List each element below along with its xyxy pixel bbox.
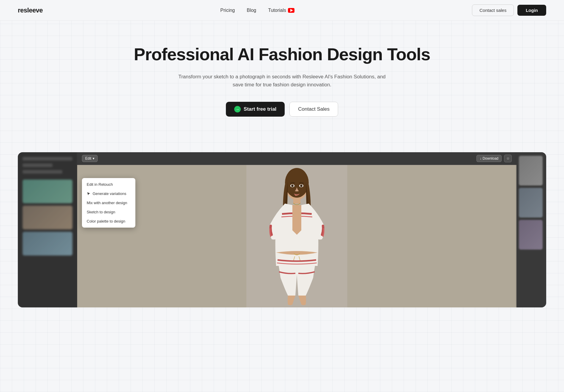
hero-subtitle: Transform your sketch to a photograph in… xyxy=(178,73,386,89)
login-button[interactable]: Login xyxy=(517,5,546,16)
hero-title: Professional AI Fashion Design Tools xyxy=(6,45,558,64)
svg-point-5 xyxy=(291,185,294,187)
star-button[interactable]: ☆ xyxy=(504,155,512,162)
preview-topbar: Edit ▾ ↓ Download ☆ xyxy=(77,152,517,165)
contact-sales-button[interactable]: Contact sales xyxy=(472,4,514,16)
youtube-icon xyxy=(288,8,294,13)
edit-dropdown-menu: Edit in Retouch Generate variations Mix … xyxy=(82,178,135,228)
dropdown-item-palette[interactable]: Color palette to design xyxy=(82,217,135,226)
dropdown-item-sketch[interactable]: Sketch to design xyxy=(82,207,135,217)
brand-logo: resleeve xyxy=(18,7,43,14)
cursor-indicator xyxy=(87,192,91,196)
dropdown-item-variations[interactable]: Generate variations xyxy=(82,189,135,198)
topbar-right: ↓ Download ☆ xyxy=(476,155,512,162)
logo-text: resleeve xyxy=(18,7,43,14)
sidebar-thumb-1 xyxy=(23,180,72,203)
preview-right-panel xyxy=(517,152,546,307)
model-svg xyxy=(246,165,347,307)
hero-cta-group: → Start free trial Contact Sales xyxy=(6,102,558,117)
sidebar-item-2 xyxy=(23,164,53,167)
right-thumb-2 xyxy=(519,188,543,218)
nav-actions: Contact sales Login xyxy=(472,4,546,16)
preview-inner: Edit ▾ ↓ Download ☆ Edit in Ret xyxy=(18,152,546,307)
svg-rect-2 xyxy=(293,198,300,204)
preview-main: Edit ▾ ↓ Download ☆ Edit in Ret xyxy=(77,152,517,307)
navbar: resleeve Pricing Blog Tutorials Contact … xyxy=(0,0,564,21)
nav-link-pricing[interactable]: Pricing xyxy=(220,8,235,13)
svg-point-3 xyxy=(285,168,309,198)
preview-sidebar xyxy=(18,152,77,307)
sidebar-thumb-3 xyxy=(23,232,72,255)
fashion-model-image xyxy=(246,165,347,307)
sidebar-thumb-2 xyxy=(23,206,72,229)
start-trial-button[interactable]: → Start free trial xyxy=(226,102,285,117)
nav-link-tutorials[interactable]: Tutorials xyxy=(268,8,294,13)
svg-point-7 xyxy=(300,185,302,187)
dropdown-item-retouch[interactable]: Edit in Retouch xyxy=(82,180,135,189)
sidebar-item-3 xyxy=(23,170,62,174)
download-button[interactable]: ↓ Download xyxy=(476,155,502,162)
contact-sales-hero-button[interactable]: Contact Sales xyxy=(289,102,338,117)
app-preview: Edit ▾ ↓ Download ☆ Edit in Ret xyxy=(18,152,546,307)
edit-dropdown[interactable]: Edit ▾ xyxy=(82,155,98,162)
nav-link-blog[interactable]: Blog xyxy=(247,8,256,13)
right-thumb-3 xyxy=(519,220,543,250)
dropdown-item-mix[interactable]: Mix with another design xyxy=(82,198,135,207)
topbar-left: Edit ▾ xyxy=(82,155,98,162)
nav-links: Pricing Blog Tutorials xyxy=(220,8,294,13)
preview-image-area: Edit in Retouch Generate variations Mix … xyxy=(77,165,517,307)
arrow-right-icon: → xyxy=(234,106,241,112)
right-thumb-1 xyxy=(519,156,543,185)
sidebar-item-1 xyxy=(23,157,72,161)
hero-section: Professional AI Fashion Design Tools Tra… xyxy=(0,21,564,152)
